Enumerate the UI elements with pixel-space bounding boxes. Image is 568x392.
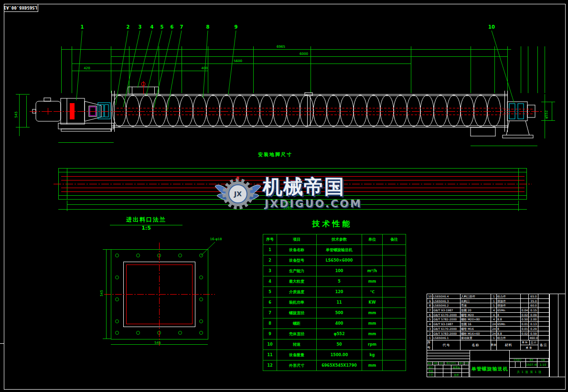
watermark: JX 机械帝国 JXDIGUO.COM: [214, 172, 358, 216]
flange-view-title: 进出料口法兰: [110, 216, 182, 225]
balloon-3: 3: [139, 24, 142, 30]
dim-text: 5600: [234, 59, 242, 63]
drawing-number-stamp: LS650X6.00.A1: [5, 4, 37, 11]
stage-value-row: 1507.48 1:10: [510, 362, 549, 368]
weight-value: 1507.48: [526, 362, 537, 368]
balloon-2: 2: [127, 24, 130, 30]
stage-label: 阶段标记: [510, 359, 526, 362]
bom-row: 4GB/T 93-1987垫圈 162465Mn0.010.13: [427, 322, 549, 327]
tech-header-param: 技术参数: [317, 234, 362, 245]
balloon-5: 5: [161, 24, 164, 30]
tech-row: 8螺距400mm: [263, 318, 406, 329]
watermark-logo-text: JX: [234, 190, 242, 198]
screw-flights: [113, 95, 501, 127]
bom-row: 6GB/T 6170-2000螺母 M20480.020.09: [427, 313, 549, 318]
scale-label: 比例: [537, 359, 549, 362]
foundation-dims-label: 安装地脚尺寸: [258, 151, 292, 158]
stage-header-row: 阶段标记 重量 比例: [510, 359, 549, 362]
role-row-design: 设计 标准化: [427, 365, 470, 369]
bom-header-row: 序号 代号 名称 数量 材料 单件 总计 重量 备注: [427, 340, 549, 350]
title-block-name-area: 单管螺旋输送机: [470, 350, 510, 377]
bom-row: 9LS650X6.3出料口1焊接件35.0: [427, 299, 549, 304]
bom-header-unit-weight: 单件: [521, 340, 530, 345]
dim-text: φ552: [545, 110, 548, 119]
flange-view-scale: 1:5: [110, 225, 182, 231]
role-row-process: 工艺 批准: [427, 373, 470, 377]
dim-text: 16-φ18: [210, 237, 222, 241]
title-block-stage-area: 阶段标记 重量 比例 1507.48 1:10 共 1 张 第 1 张: [510, 350, 549, 377]
bom-header-weight: 重量: [526, 345, 533, 350]
bom-header-weight-group: 单件 总计 重量: [521, 340, 538, 350]
tech-row: 7螺旋直径500mm: [263, 308, 406, 318]
tech-row: 9壳体直径φ552mm: [263, 329, 406, 339]
tech-performance-table: 序号 项目 技术参数 单位 备注 1设备名称单管螺旋输送机2设备型号LS650×…: [263, 234, 406, 371]
bom-header-qty: 数量: [491, 340, 497, 350]
bom-row: 2GB/T 5783-2000螺栓 M16×60248.80.020.59: [427, 331, 549, 336]
tech-row: 2设备型号LS650×6000: [263, 255, 406, 266]
tech-header-note: 备注: [383, 234, 406, 245]
watermark-domain: JXDIGUO.COM: [265, 198, 362, 210]
bom-row: 10LS650X6.4入料口部件1组合件65.0: [427, 294, 549, 299]
tech-row: 6装机功率11KW: [263, 297, 406, 308]
title-block: 标记 处数 分区 更改文件号 签名 年月日 设计 标准化 审核 工艺: [427, 350, 549, 377]
balloon-4: 4: [150, 24, 154, 30]
tech-row: 1设备名称单管螺旋输送机: [263, 245, 406, 255]
watermark-brand: 机械帝国: [263, 174, 345, 200]
bearing-hatch: [98, 103, 524, 119]
tech-row: 12外形尺寸6965X545X1790mm: [263, 360, 406, 371]
flange-detail: [104, 243, 215, 346]
drawing-title: 单管螺旋输送机: [470, 361, 509, 377]
tech-header-no: 序号: [263, 234, 277, 245]
bom-header-name: 名称: [461, 340, 491, 350]
weight-label: 重量: [526, 359, 537, 362]
part-balloons: 12345678910: [76, 24, 514, 111]
dim-text: 545: [14, 111, 18, 117]
bom-header-code: 代号: [433, 340, 461, 350]
balloon-9: 9: [235, 24, 238, 30]
bom-row: 1LS650X6.1驱动装置1组合件460.0: [427, 336, 549, 340]
balloon-7: 7: [180, 24, 183, 30]
tech-header-item: 项目: [277, 234, 317, 245]
watermark-gear-wings-icon: JX: [214, 172, 262, 216]
tech-row: 5介质温度120℃: [263, 287, 406, 297]
bom-header-material: 材料: [497, 340, 521, 350]
dim-text: 6965: [277, 45, 285, 49]
tech-row: 10转速50rpm: [263, 339, 406, 350]
revision-header-row: 标记 处数 分区 更改文件号 签名 年月日: [427, 362, 470, 365]
bom-row: 5GB/T 5782-2000螺栓 M20×8048.80.502.00: [427, 317, 549, 322]
tech-row: 4最大粒度5mm: [263, 276, 406, 287]
sheet-count: 共 1 张 第 1 张: [510, 368, 549, 377]
scale-value: 1:10: [537, 362, 549, 368]
tech-table-title: 技术性能: [290, 219, 374, 229]
drawing-sheet: 12345678910 696560005600420400545φ552600…: [0, 0, 568, 392]
title-block-revision-area: 标记 处数 分区 更改文件号 签名 年月日 设计 标准化 审核 工艺: [427, 350, 470, 377]
conveyor-assembly: [32, 87, 535, 138]
balloon-10: 10: [488, 24, 495, 30]
tech-header-row: 序号 项目 技术参数 单位 备注: [263, 234, 406, 245]
dim-text: 400: [201, 66, 207, 70]
bom-header-total-weight: 总计: [530, 340, 538, 345]
balloon-8: 8: [206, 24, 210, 30]
bom-rows: 10LS650X6.4入料口部件1组合件65.09LS650X6.3出料口1焊接…: [427, 294, 549, 340]
tech-row: 3生产能力100m³/h: [263, 266, 406, 276]
balloon-1: 1: [81, 24, 84, 30]
dim-text: 545: [154, 341, 161, 345]
bom-header-no: 序号: [427, 340, 433, 350]
dim-text: 545: [100, 290, 104, 296]
balloon-6: 6: [171, 24, 174, 30]
bom-row: 8LS650X6.2壳体1焊接件60.0: [427, 303, 549, 308]
bom-and-title-block: 10LS650X6.4入料口部件1组合件65.09LS650X6.3出料口1焊接…: [427, 294, 549, 377]
dim-text: 420: [84, 66, 90, 70]
tech-header-unit: 单位: [362, 234, 383, 245]
role-row-check: 审核: [427, 369, 470, 373]
bom-row: 7GB/T 93-1987垫圈 20465Mn0.040.15: [427, 308, 549, 313]
bom-row: 3GB/T 6170-2000螺母 M162480.010.29: [427, 327, 549, 331]
tech-row: 11设备重量1500.00kg: [263, 350, 406, 360]
dim-text: 6000: [300, 52, 308, 56]
bom-header-note: 备注: [538, 340, 549, 350]
